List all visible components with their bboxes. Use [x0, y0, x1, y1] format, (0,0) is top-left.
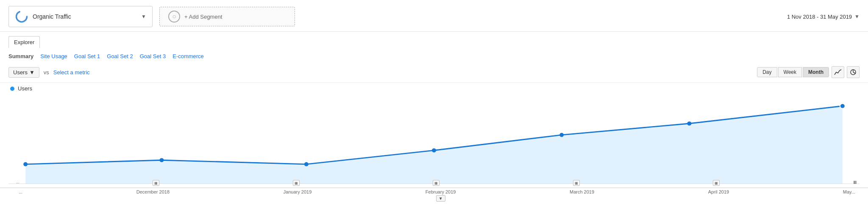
x-label-may: May...: [843, 189, 855, 202]
date-range-selector[interactable]: 1 Nov 2018 - 31 May 2019 ▼: [787, 14, 860, 20]
tab-ecommerce[interactable]: E-commerce: [172, 51, 204, 62]
metric-dropdown-arrow: ▼: [29, 69, 35, 76]
segment-inner: Organic Traffic: [15, 10, 71, 23]
timeline-marker-apr[interactable]: ▦: [713, 180, 720, 186]
x-label-apr: April 2019: [708, 189, 729, 202]
tab-goal-set-1[interactable]: Goal Set 1: [74, 51, 100, 62]
chart-legend: Users: [0, 83, 868, 94]
tab-summary[interactable]: Summary: [8, 51, 33, 62]
x-label-dec: December 2018: [136, 189, 170, 202]
svg-line-4: [853, 72, 855, 73]
tab-section: Explorer: [0, 32, 868, 48]
chart-dot-2: [159, 158, 164, 162]
segment-dropdown-arrow: ▼: [141, 14, 146, 20]
chart-container: [0, 94, 868, 192]
loading-spinner-icon: [15, 10, 28, 23]
line-chart-icon: [834, 69, 842, 76]
chart-dot-3: [304, 162, 309, 166]
x-label-feb-group: February 2019 ▼: [426, 188, 456, 202]
top-left: Organic Traffic ▼ ○ + Add Segment: [8, 6, 295, 27]
add-segment-icon: ○: [168, 11, 180, 22]
timeline-marker-mar[interactable]: ▦: [573, 180, 580, 186]
date-range-label: 1 Nov 2018 - 31 May 2019: [787, 14, 852, 20]
explorer-tab[interactable]: Explorer: [8, 36, 40, 48]
chart-dot-4: [432, 148, 436, 152]
top-bar: Organic Traffic ▼ ○ + Add Segment 1 Nov …: [0, 0, 868, 32]
tab-site-usage[interactable]: Site Usage: [40, 51, 67, 62]
toolbar-left: Users ▼ vs Select a metric: [8, 67, 90, 78]
tab-goal-set-2[interactable]: Goal Set 2: [107, 51, 133, 62]
pie-chart-icon-button[interactable]: [847, 66, 860, 78]
chart-svg: [8, 94, 860, 192]
add-segment-label: + Add Segment: [184, 14, 222, 20]
line-chart-icon-button[interactable]: [832, 66, 844, 78]
x-label-jan: January 2019: [284, 189, 312, 202]
chart-toolbar: Users ▼ vs Select a metric Day Week Mont…: [0, 62, 868, 83]
week-button[interactable]: Week: [778, 67, 802, 77]
metric-dropdown[interactable]: Users ▼: [8, 67, 39, 78]
x-label-feb: February 2019: [426, 189, 456, 194]
x-label-dots: ...: [19, 189, 22, 202]
toolbar-right: Day Week Month: [757, 66, 860, 78]
timeline-marker-feb[interactable]: ▦: [433, 180, 440, 186]
timeline-end-dots: ▦: [853, 180, 857, 186]
timeline-start-dots: ...: [16, 180, 19, 186]
month-button[interactable]: Month: [803, 67, 829, 77]
chart-dot-5: [559, 133, 564, 137]
timeline-marker-dec[interactable]: ▦: [153, 180, 159, 186]
date-range-arrow: ▼: [854, 14, 860, 20]
metric-dropdown-label: Users: [13, 69, 28, 76]
chart-dot-1: [23, 162, 28, 166]
sub-tabs-bar: Summary Site Usage Goal Set 1 Goal Set 2…: [0, 48, 868, 62]
segment-label: Organic Traffic: [33, 13, 71, 20]
chart-dot-7: [840, 104, 845, 109]
x-label-mar: March 2019: [570, 189, 594, 202]
vs-label: vs: [44, 69, 49, 76]
day-button[interactable]: Day: [757, 67, 777, 77]
select-metric-link[interactable]: Select a metric: [53, 69, 90, 76]
segment-selector[interactable]: Organic Traffic ▼: [8, 6, 153, 27]
legend-label-users: Users: [18, 85, 32, 92]
feb-dropdown-button[interactable]: ▼: [436, 195, 445, 202]
add-segment-box[interactable]: ○ + Add Segment: [159, 7, 295, 26]
timeline-marker-jan[interactable]: ▦: [293, 180, 300, 186]
pie-chart-icon: [849, 69, 857, 76]
chart-dot-6: [687, 121, 691, 126]
svg-point-0: [17, 11, 27, 22]
chart-fill: [25, 106, 843, 184]
legend-dot-users: [10, 87, 14, 91]
tab-goal-set-3[interactable]: Goal Set 3: [140, 51, 166, 62]
